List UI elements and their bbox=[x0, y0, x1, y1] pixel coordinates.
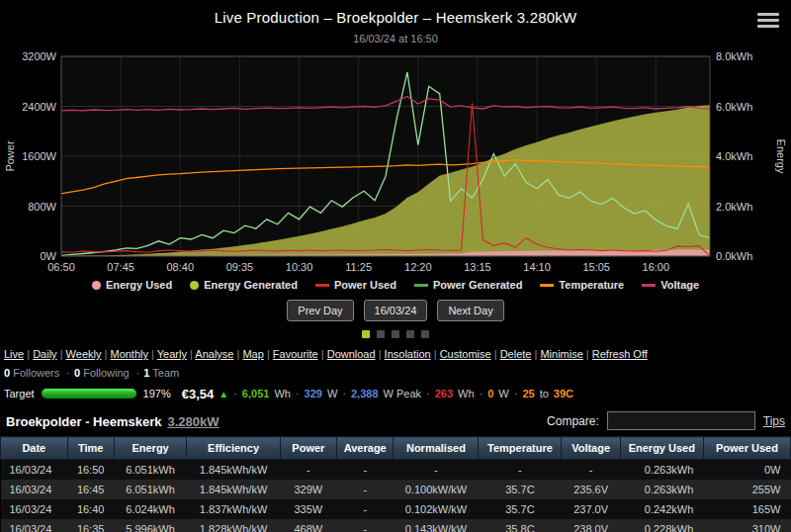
chart-legend: Energy UsedEnergy GeneratedPower UsedPow… bbox=[0, 278, 791, 292]
nav-separator: | bbox=[491, 348, 500, 360]
column-header-energy: Energy bbox=[114, 437, 187, 460]
nav-separator: | bbox=[24, 348, 33, 360]
target-stat-sep: · bbox=[426, 388, 430, 399]
y-left-tick-label: 800W bbox=[28, 201, 56, 213]
chart-svg: 0W800W1600W2400W3200W0.0kWh2.0kWh4.0kWh6… bbox=[0, 48, 791, 278]
target-stat-green: 6,051 bbox=[242, 388, 270, 399]
follow-separator: · bbox=[66, 367, 70, 379]
nav-link-yearly[interactable]: Yearly bbox=[157, 348, 187, 360]
table-cell: - bbox=[280, 460, 336, 481]
target-stat-up: ▲ bbox=[219, 389, 228, 399]
table-cell: 255W bbox=[703, 480, 790, 499]
target-stat-orange: 0 bbox=[487, 388, 493, 399]
follow-stat-team: 1 Team bbox=[143, 367, 179, 379]
date-button[interactable]: 16/03/24 bbox=[364, 300, 428, 321]
legend-item-energy-generated: Energy Generated bbox=[190, 279, 298, 291]
pager-dot-3[interactable] bbox=[392, 330, 399, 338]
nav-link-weekly[interactable]: Weekly bbox=[66, 348, 102, 360]
compare-input[interactable] bbox=[607, 411, 755, 430]
prev-day-button[interactable]: Prev Day bbox=[287, 300, 353, 321]
table-cell: 0.228kWh bbox=[620, 519, 703, 532]
table-cell: 16:45 bbox=[67, 480, 114, 499]
table-cell: 16/03/24 bbox=[1, 460, 68, 481]
nav-link-download[interactable]: Download bbox=[327, 348, 376, 360]
menu-button[interactable] bbox=[757, 10, 779, 31]
target-stat-orange: 39C bbox=[554, 388, 573, 399]
x-tick-label: 09:35 bbox=[226, 261, 254, 273]
system-size-link[interactable]: 3.280kW bbox=[168, 414, 220, 429]
power-generated-marker-icon bbox=[414, 284, 428, 287]
nav-separator: | bbox=[318, 348, 327, 360]
y-left-tick-label: 2400W bbox=[22, 101, 56, 113]
table-row: 16/03/2416:456.051kWh1.845kWh/kW329W-0.1… bbox=[1, 480, 791, 499]
table-cell: 6.024kWh bbox=[114, 499, 187, 519]
table-cell: 0.102kW/kW bbox=[394, 499, 479, 519]
nav-link-insolation[interactable]: Insolation bbox=[385, 348, 431, 360]
table-cell: 5.996kWh bbox=[114, 519, 187, 532]
nav-separator: | bbox=[431, 348, 440, 360]
table-cell: 310W bbox=[703, 519, 790, 532]
target-stat-sep: · bbox=[233, 388, 237, 399]
next-day-button[interactable]: Next Day bbox=[437, 300, 503, 321]
target-stat-blue: 2,388 bbox=[351, 388, 379, 399]
x-tick-label: 08:40 bbox=[167, 261, 195, 273]
table-cell: 16/03/24 bbox=[1, 480, 68, 499]
table-cell: 0.263kWh bbox=[620, 460, 703, 481]
pager-dot-2[interactable] bbox=[377, 330, 385, 338]
y-left-tick-label: 3200W bbox=[22, 50, 56, 62]
page-header: Live Production – Broekpolder – Heemsker… bbox=[0, 0, 791, 44]
readings-table: DateTimeEnergyEfficiencyPowerAverageNorm… bbox=[0, 436, 791, 532]
target-percent: 197% bbox=[143, 388, 171, 399]
nav-link-customise[interactable]: Customise bbox=[440, 348, 491, 360]
pager-dot-5[interactable] bbox=[421, 330, 429, 338]
table-cell: 0.242kWh bbox=[620, 499, 703, 519]
legend-item-voltage: Voltage bbox=[642, 279, 699, 291]
compare-group: Compare: Tips bbox=[547, 411, 785, 430]
follow-stat-followers: 0 Followers bbox=[4, 367, 62, 379]
table-cell: - bbox=[337, 460, 394, 481]
table-cell: 237.0V bbox=[562, 499, 620, 519]
pager-dot-1[interactable] bbox=[362, 330, 370, 338]
table-cell: 0W bbox=[703, 460, 790, 481]
nav-link-refresh-off[interactable]: Refresh Off bbox=[592, 348, 648, 360]
column-header-power-used: Power Used bbox=[703, 437, 790, 460]
table-head: DateTimeEnergyEfficiencyPowerAverageNorm… bbox=[1, 437, 791, 460]
legend-label: Power Generated bbox=[433, 279, 522, 291]
table-cell: - bbox=[337, 480, 394, 499]
x-tick-label: 11:25 bbox=[345, 261, 372, 273]
target-stat-unit: Wh bbox=[274, 388, 291, 399]
page-title: Live Production – Broekpolder – Heemsker… bbox=[0, 9, 791, 26]
table-cell: 0.143kW/kW bbox=[394, 519, 479, 532]
nav-link-delete[interactable]: Delete bbox=[500, 348, 532, 360]
app-root: Live Production – Broekpolder – Heemsker… bbox=[0, 0, 791, 532]
target-stat-blue: 329 bbox=[305, 388, 322, 399]
y-right-tick-label: 6.0kWh bbox=[716, 101, 752, 113]
legend-item-energy-used: Energy Used bbox=[92, 279, 172, 291]
power-used-marker-icon bbox=[315, 284, 329, 287]
x-tick-label: 14:10 bbox=[523, 261, 551, 273]
target-stat-orange: 25 bbox=[522, 388, 534, 399]
nav-link-monthly[interactable]: Monthly bbox=[110, 348, 148, 360]
compare-label: Compare: bbox=[547, 414, 599, 428]
nav-link-live[interactable]: Live bbox=[4, 348, 24, 360]
x-tick-label: 15:05 bbox=[582, 261, 610, 273]
page-subtitle: 16/03/24 at 16:50 bbox=[0, 33, 791, 44]
column-header-efficiency: Efficiency bbox=[187, 437, 280, 460]
nav-link-map[interactable]: Map bbox=[242, 348, 263, 360]
table-cell: 165W bbox=[703, 499, 790, 519]
nav-link-analyse[interactable]: Analyse bbox=[195, 348, 233, 360]
pager-dot-4[interactable] bbox=[406, 330, 414, 338]
nav-link-favourite[interactable]: Favourite bbox=[273, 348, 318, 360]
table-cell: 238.0V bbox=[562, 519, 620, 532]
table-cell: 1.845kWh/kW bbox=[187, 480, 280, 499]
nav-link-daily[interactable]: Daily bbox=[33, 348, 56, 360]
table-cell: 1.845kWh/kW bbox=[187, 460, 280, 481]
tips-link[interactable]: Tips bbox=[763, 414, 785, 428]
target-stat-sep: · bbox=[296, 388, 300, 399]
y-right-tick-label: 0.0kWh bbox=[716, 250, 752, 262]
day-navigation: Prev Day 16/03/24 Next Day bbox=[0, 300, 791, 321]
follow-count: 0 bbox=[74, 367, 80, 379]
nav-link-minimise[interactable]: Minimise bbox=[540, 348, 582, 360]
y-left-axis-title: Power bbox=[4, 140, 16, 172]
system-header: Broekpolder - Heemskerk3.280kW Compare: … bbox=[6, 411, 785, 430]
